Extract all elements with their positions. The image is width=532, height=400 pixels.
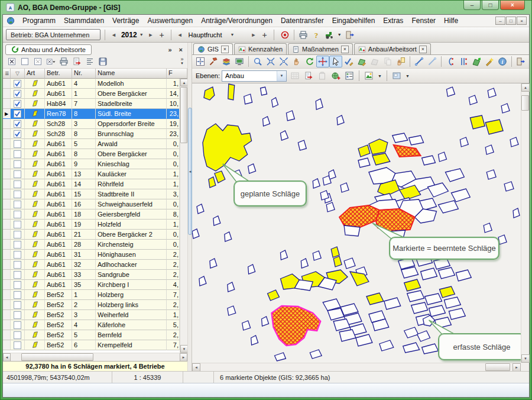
map-parcel[interactable] [262, 317, 269, 326]
draw-check-icon[interactable] [342, 56, 355, 67]
edit-polygon-icon[interactable] [355, 56, 368, 67]
scroll-thumb[interactable] [180, 87, 187, 143]
record-icon[interactable] [278, 29, 291, 41]
menu-fenster[interactable]: Fenster [407, 15, 440, 26]
scroll-thumb[interactable] [521, 95, 529, 111]
table-row[interactable]: Aub6131Hönighausen2, [3, 250, 180, 260]
help-icon[interactable]: ? [310, 29, 323, 41]
map-parcel[interactable] [199, 276, 206, 286]
select-mode-icon[interactable] [329, 56, 342, 67]
map-parcel[interactable] [417, 331, 430, 341]
map-parcel-planned[interactable] [369, 139, 388, 154]
row-checkbox[interactable] [11, 139, 25, 149]
print-icon[interactable] [57, 56, 70, 67]
print-icon[interactable] [297, 29, 310, 41]
tab-anbau-arbeitsort[interactable]: AAnbau/Arbeitsort× [354, 43, 431, 54]
table-row[interactable]: Aub6128Kirchensteig0, [3, 240, 180, 250]
map-parcel[interactable] [280, 131, 288, 140]
betrieb-button[interactable]: Betrieb: BGA Unternehmen [6, 29, 100, 40]
table-horizontal-scrollbar[interactable]: ◄ ► [3, 353, 187, 361]
map-parcel[interactable] [356, 334, 372, 346]
row-checkbox[interactable] [11, 109, 25, 119]
map-parcel[interactable] [251, 336, 258, 345]
minimize-button[interactable]: – [463, 1, 481, 10]
clear-selection-icon[interactable] [18, 56, 31, 67]
row-checkbox[interactable] [11, 89, 25, 99]
zoom-window-icon[interactable] [251, 56, 264, 67]
map-parcel[interactable] [486, 170, 496, 179]
snap-icon[interactable] [444, 56, 457, 67]
dropdown-arrow-icon[interactable]: ▼ [404, 74, 411, 78]
row-checkbox[interactable] [11, 220, 25, 230]
map-parcel[interactable] [392, 133, 408, 143]
table-row[interactable]: Aub619Knieschlag0, [3, 159, 180, 169]
info-icon[interactable]: i [496, 56, 509, 67]
table-row[interactable]: Aub6115Stadtbreite II3, [3, 189, 180, 199]
exit-door-icon[interactable] [343, 29, 356, 41]
header-betr[interactable]: Betr. [45, 69, 72, 79]
map-parcel[interactable] [340, 183, 349, 192]
menu-stammdaten[interactable]: Stammdaten [60, 15, 108, 26]
zoom-in-icon[interactable] [264, 56, 277, 67]
map-parcel[interactable] [248, 164, 256, 173]
row-checkbox[interactable] [11, 250, 25, 260]
row-checkbox[interactable] [11, 330, 25, 340]
map-parcel[interactable] [501, 104, 510, 113]
scroll-thumb[interactable] [485, 363, 510, 371]
map-parcel[interactable] [197, 204, 204, 214]
table-row[interactable]: Ber524Käferlohe5, [3, 320, 180, 330]
scroll-right-icon[interactable]: ► [180, 353, 187, 362]
map-parcel[interactable] [498, 235, 507, 244]
select-all-icon[interactable] [5, 56, 18, 67]
panel-close-button[interactable]: × [177, 46, 185, 53]
map-parcel-planned[interactable] [228, 84, 235, 100]
map-vertical-scrollbar[interactable]: ▲ ▼ [521, 83, 529, 363]
save-icon[interactable] [96, 56, 109, 67]
map-parcel[interactable] [337, 115, 344, 125]
splitter-collapse-handle[interactable]: ◄ [188, 108, 192, 235]
next-crop-button[interactable]: ► [249, 31, 258, 39]
menu-programm[interactable]: Programm [18, 15, 60, 26]
legend-icon[interactable] [343, 70, 356, 82]
screen-icon[interactable] [233, 56, 246, 67]
map-parcel[interactable] [445, 169, 464, 182]
map-parcel[interactable] [358, 158, 370, 167]
tools-icon[interactable] [207, 56, 220, 67]
map-parcel[interactable] [225, 232, 232, 241]
map-parcel[interactable] [244, 94, 252, 104]
panel-overflow-button[interactable]: » [166, 46, 174, 53]
map-parcel[interactable] [263, 117, 270, 126]
map-parcel[interactable] [469, 95, 477, 105]
row-checkbox[interactable] [11, 189, 25, 199]
map-parcel[interactable] [316, 99, 323, 109]
table-row[interactable]: Aub6118Geiersbergfeld8, [3, 209, 180, 220]
map-parcel-planned[interactable] [333, 256, 342, 267]
table-row[interactable]: Aub611Obere Bergäcker14, [3, 89, 180, 99]
table-row[interactable]: Sch283Oppersdorfer Breite19, [3, 119, 180, 129]
map-parcel[interactable] [333, 319, 350, 331]
dropdown-arrow-icon[interactable]: ▼ [336, 33, 343, 37]
globe-add-icon[interactable] [329, 70, 342, 82]
map-parcel[interactable] [344, 225, 360, 236]
table-row[interactable]: Ber523Weiherfeld1, [3, 310, 180, 320]
map-parcel[interactable] [228, 282, 235, 292]
map-parcel[interactable] [422, 156, 436, 165]
map-parcel[interactable] [409, 136, 424, 145]
map-parcel[interactable] [411, 302, 428, 314]
area-flag-icon[interactable] [470, 56, 483, 67]
exit-door-icon[interactable] [514, 56, 527, 67]
row-checkbox[interactable] [11, 270, 25, 280]
map-parcel[interactable] [274, 353, 286, 361]
add-year-button[interactable]: + [157, 30, 166, 40]
map-style-icon[interactable] [362, 70, 375, 82]
scroll-left-icon[interactable]: ◄ [192, 363, 200, 372]
map-parcel[interactable] [439, 201, 459, 213]
year-select[interactable]: 2012▼ [120, 31, 145, 39]
map-parcel[interactable] [339, 330, 356, 341]
table-row[interactable]: Aub6133Sandgrube2, [3, 270, 180, 280]
row-checkbox[interactable] [11, 209, 25, 220]
header-art[interactable]: Art [25, 69, 45, 79]
map-parcel[interactable] [422, 344, 439, 354]
menu-antr-ge-verordnungen[interactable]: Anträge/Verordnungen [197, 15, 277, 26]
row-checkbox[interactable] [11, 129, 25, 139]
